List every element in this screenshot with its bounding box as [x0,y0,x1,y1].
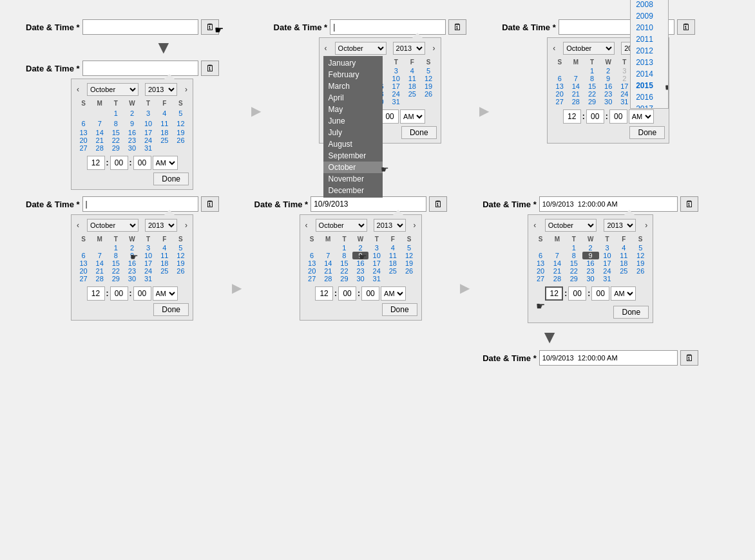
cal-prev-6[interactable]: ‹ [532,221,537,230]
cal-day[interactable]: 7 [568,75,584,82]
cal-prev-1[interactable]: ‹ [75,85,81,94]
cal-day[interactable]: 15 [108,259,124,267]
time-hour-5[interactable] [315,286,333,301]
cal-day-9-final[interactable]: 9 [582,252,599,259]
calendar-icon-btn-2[interactable]: 🗓 [201,61,219,76]
done-btn-2[interactable]: Done [401,126,437,139]
cal-next-5[interactable]: › [412,221,417,230]
cal-day[interactable]: 3 [388,67,404,75]
cal-day[interactable]: 12 [173,118,189,129]
cal-day[interactable]: 5 [420,67,436,75]
cal-day[interactable]: 30 [600,98,616,106]
cal-day[interactable]: 8 [108,118,124,129]
cal-day[interactable]: 18 [385,259,401,267]
cal-day[interactable]: 8 [566,252,582,259]
cal-day[interactable]: 21 [91,136,108,144]
cal-day[interactable]: 7 [549,252,566,259]
cal-day[interactable]: 1 [108,108,124,118]
cal-day[interactable]: 12 [420,75,436,82]
cal-day[interactable]: 24 [140,136,157,144]
year-2013[interactable]: 2013 [631,57,668,68]
month-may[interactable]: May [323,104,383,115]
time-hour-4[interactable] [87,286,105,301]
cal-day[interactable]: 28 [91,275,108,283]
cal-prev-2[interactable]: ‹ [323,44,329,53]
cal-day-9-hover[interactable]: 9☛ [124,252,140,259]
cal-day[interactable]: 12 [632,252,649,259]
cal-year-select-6[interactable]: 2013 [604,219,636,232]
cal-day[interactable]: 15 [108,129,124,136]
time-min-1[interactable] [110,156,128,170]
cal-day[interactable]: 6 [304,252,320,259]
cal-day[interactable]: 6 [75,118,91,129]
time-min-6[interactable] [568,286,586,301]
cal-day[interactable]: 31 [368,275,385,283]
cal-year-select-2[interactable]: 2013 [393,42,425,55]
time-min-3[interactable] [586,109,604,124]
calendar-icon-btn-initial[interactable]: 🗓 ☛ [201,19,219,35]
cal-day[interactable]: 26 [401,267,417,275]
cal-prev-4[interactable]: ‹ [75,221,81,230]
cal-day[interactable]: 15 [336,259,352,267]
cal-day[interactable]: 17 [388,82,404,90]
cal-year-select-4[interactable]: 2013 [145,219,177,232]
time-sec-3[interactable] [609,109,627,124]
cal-day[interactable]: 25 [404,90,420,98]
cal-day[interactable]: 27 [75,275,91,283]
cal-prev-5[interactable]: ‹ [304,221,309,230]
done-btn-3[interactable]: Done [629,126,665,139]
cal-day[interactable]: 31 [140,275,157,283]
cal-day[interactable]: 1 [108,244,124,252]
cal-day[interactable]: 28 [568,98,584,106]
cal-day[interactable]: 18 [157,129,173,136]
year-2008[interactable]: 2008 [631,0,668,10]
ampm-select-4[interactable]: AMPM [153,286,178,301]
cal-day[interactable]: 17 [140,259,157,267]
time-sec-6[interactable] [591,286,609,301]
done-btn-6[interactable]: Done [613,306,649,319]
cal-day[interactable]: 20 [75,267,91,275]
cal-year-select-5[interactable]: 2013 [374,219,406,232]
cal-day[interactable]: 11 [404,75,420,82]
cal-day[interactable]: 22 [566,267,582,275]
year-2015[interactable]: 2015 ☛ [631,80,668,91]
cal-day[interactable]: 4 [385,244,401,252]
cal-day[interactable]: 26 [173,136,189,144]
cal-day[interactable]: 13 [75,259,91,267]
cal-month-select-1[interactable]: October [87,83,139,96]
cal-day[interactable]: 31 [388,98,404,106]
cal-day[interactable]: 27 [304,275,320,283]
cal-day[interactable]: 19 [401,259,417,267]
month-jan[interactable]: January [323,57,383,69]
ampm-select-5[interactable]: AMPM [381,286,406,301]
cal-day[interactable]: 14 [320,259,336,267]
cal-next-2[interactable]: › [432,44,437,53]
cal-day[interactable]: 3 [140,108,157,118]
cal-day[interactable]: 30 [124,144,140,152]
cal-day[interactable]: 25 [157,136,173,144]
cal-day[interactable]: 6 [532,252,549,259]
cal-day[interactable]: 20 [551,90,568,98]
cal-day[interactable]: 5 [632,244,649,252]
cal-day[interactable]: 27 [75,144,91,152]
cal-day[interactable]: 29 [108,275,124,283]
cal-day[interactable]: 11 [615,252,632,259]
cal-next-4[interactable]: › [184,221,189,230]
cal-day[interactable]: 9 [600,75,616,82]
cal-day[interactable]: 14 [568,82,584,90]
cal-day[interactable]: 18 [404,82,420,90]
cal-day[interactable]: 13 [75,129,91,136]
cal-day[interactable]: 11 [157,252,173,259]
cal-day[interactable]: 10 [140,118,157,129]
cal-day[interactable]: 23 [600,90,616,98]
cal-day[interactable]: 10 [599,252,616,259]
time-sec-5[interactable] [361,286,379,301]
year-2014[interactable]: 2014 [631,68,668,80]
cal-day[interactable]: 19 [420,82,436,90]
month-oct[interactable]: October ☛ [323,162,383,173]
cal-day[interactable]: 13 [304,259,320,267]
calendar-icon-btn-3[interactable]: 🗓 [448,19,466,35]
cal-day[interactable]: 31 [140,144,157,152]
ampm-select-1[interactable]: AMPM [153,156,178,170]
cal-day[interactable]: 23 [124,267,140,275]
